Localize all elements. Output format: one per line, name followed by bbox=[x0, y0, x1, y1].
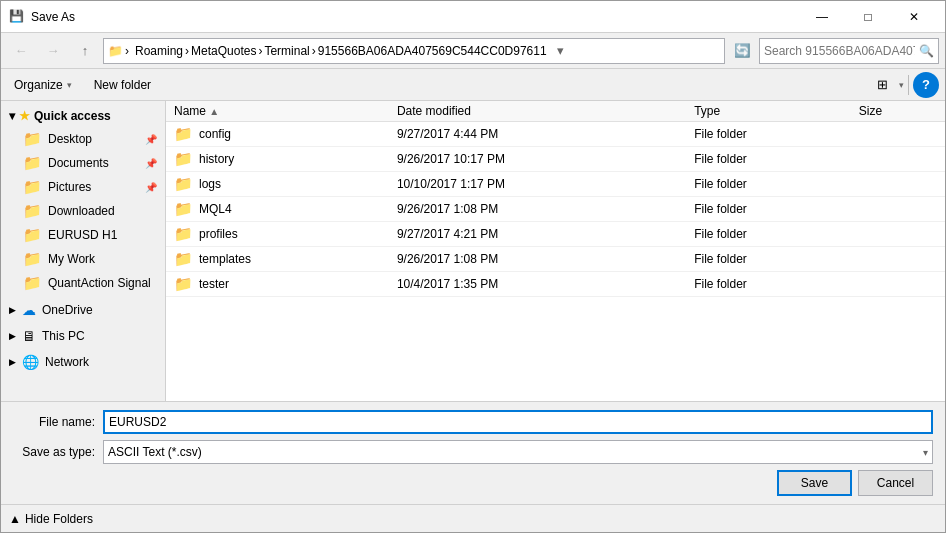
file-date-cell: 9/27/2017 4:44 PM bbox=[389, 122, 686, 147]
view-button[interactable]: ⊞ bbox=[869, 72, 895, 98]
quantaction-label: QuantAction Signal bbox=[48, 276, 151, 290]
folder-icon: 📁 bbox=[174, 200, 193, 218]
file-size-cell bbox=[851, 172, 945, 197]
mywork-folder-icon: 📁 bbox=[23, 250, 42, 268]
toolbar-right: ⊞ ▾ ? bbox=[869, 72, 939, 98]
table-row[interactable]: 📁 history 9/26/2017 10:17 PM File folder bbox=[166, 147, 945, 172]
quick-access-header[interactable]: ▾ ★ Quick access bbox=[1, 105, 165, 127]
up-button[interactable]: ↑ bbox=[71, 38, 99, 64]
sidebar-item-pictures[interactable]: 📁 Pictures 📌 bbox=[1, 175, 165, 199]
cancel-button[interactable]: Cancel bbox=[858, 470, 933, 496]
window-controls: — □ ✕ bbox=[799, 1, 937, 33]
sidebar-item-network[interactable]: ▶ 🌐 Network bbox=[1, 351, 165, 373]
filename-input[interactable] bbox=[103, 410, 933, 434]
table-row[interactable]: 📁 tester 10/4/2017 1:35 PM File folder bbox=[166, 272, 945, 297]
search-input[interactable] bbox=[764, 44, 915, 58]
search-box: 🔍 bbox=[759, 38, 939, 64]
sidebar-item-desktop[interactable]: 📁 Desktop 📌 bbox=[1, 127, 165, 151]
table-row[interactable]: 📁 config 9/27/2017 4:44 PM File folder bbox=[166, 122, 945, 147]
downloaded-label: Downloaded bbox=[48, 204, 115, 218]
savetype-select[interactable]: ASCII Text (*.csv) ▾ bbox=[103, 440, 933, 464]
file-date-cell: 9/26/2017 1:08 PM bbox=[389, 197, 686, 222]
sidebar-item-mywork[interactable]: 📁 My Work bbox=[1, 247, 165, 271]
col-date[interactable]: Date modified bbox=[389, 101, 686, 122]
back-button[interactable]: ← bbox=[7, 38, 35, 64]
hide-folders-label: Hide Folders bbox=[25, 512, 93, 526]
file-name-cell: 📁 tester bbox=[166, 272, 389, 297]
refresh-button[interactable]: 🔄 bbox=[729, 38, 755, 64]
file-list: Name ▲ Date modified Type Size bbox=[166, 101, 945, 401]
file-name: profiles bbox=[199, 227, 238, 241]
table-row[interactable]: 📁 logs 10/10/2017 1:17 PM File folder bbox=[166, 172, 945, 197]
thispc-icon: 🖥 bbox=[22, 328, 36, 344]
file-size-cell bbox=[851, 247, 945, 272]
file-date-cell: 9/27/2017 4:21 PM bbox=[389, 222, 686, 247]
minimize-button[interactable]: — bbox=[799, 1, 845, 33]
address-chevron-button[interactable]: ▾ bbox=[551, 38, 571, 64]
pin-icon-pictures: 📌 bbox=[145, 182, 157, 193]
file-type-cell: File folder bbox=[686, 147, 851, 172]
desktop-label: Desktop bbox=[48, 132, 92, 146]
folder-icon: 📁 bbox=[174, 125, 193, 143]
sidebar-item-documents[interactable]: 📁 Documents 📌 bbox=[1, 151, 165, 175]
col-type[interactable]: Type bbox=[686, 101, 851, 122]
forward-button[interactable]: → bbox=[39, 38, 67, 64]
pictures-folder-icon: 📁 bbox=[23, 178, 42, 196]
maximize-button[interactable]: □ bbox=[845, 1, 891, 33]
breadcrumb: 📁 › Roaming › MetaQuotes › Terminal › 91… bbox=[108, 44, 547, 58]
title-bar: 💾 Save As — □ ✕ bbox=[1, 1, 945, 33]
main-area: ▾ ★ Quick access 📁 Desktop 📌 📁 Documents… bbox=[1, 101, 945, 401]
window-title: Save As bbox=[31, 10, 799, 24]
quick-access-section: ▾ ★ Quick access 📁 Desktop 📌 📁 Documents… bbox=[1, 105, 165, 295]
table-row[interactable]: 📁 profiles 9/27/2017 4:21 PM File folder bbox=[166, 222, 945, 247]
file-name-cell: 📁 MQL4 bbox=[166, 197, 389, 222]
file-size-cell bbox=[851, 222, 945, 247]
table-row[interactable]: 📁 MQL4 9/26/2017 1:08 PM File folder bbox=[166, 197, 945, 222]
file-name: MQL4 bbox=[199, 202, 232, 216]
hide-folders-bar: ▲ Hide Folders bbox=[1, 504, 945, 532]
file-name: logs bbox=[199, 177, 221, 191]
thispc-section: ▶ 🖥 This PC bbox=[1, 325, 165, 347]
network-chevron-icon: ▶ bbox=[9, 357, 16, 367]
hide-folders-button[interactable]: ▲ Hide Folders bbox=[9, 512, 93, 526]
file-date-cell: 10/10/2017 1:17 PM bbox=[389, 172, 686, 197]
network-icon: 🌐 bbox=[22, 354, 39, 370]
crumb-id: 915566BA06ADA407569C544CC0D97611 bbox=[318, 44, 547, 58]
search-icon: 🔍 bbox=[919, 44, 934, 58]
file-name-cell: 📁 history bbox=[166, 147, 389, 172]
address-bar[interactable]: 📁 › Roaming › MetaQuotes › Terminal › 91… bbox=[103, 38, 725, 64]
organize-label: Organize bbox=[14, 78, 63, 92]
sidebar-item-thispc[interactable]: ▶ 🖥 This PC bbox=[1, 325, 165, 347]
file-name-cell: 📁 config bbox=[166, 122, 389, 147]
sidebar-item-downloaded[interactable]: 📁 Downloaded bbox=[1, 199, 165, 223]
folder-icon-small: 📁 bbox=[108, 44, 123, 58]
file-date-cell: 9/26/2017 10:17 PM bbox=[389, 147, 686, 172]
file-type-cell: File folder bbox=[686, 172, 851, 197]
new-folder-label: New folder bbox=[94, 78, 151, 92]
folder-icon: 📁 bbox=[174, 175, 193, 193]
new-folder-button[interactable]: New folder bbox=[87, 72, 158, 98]
organize-chevron-icon: ▾ bbox=[67, 80, 72, 90]
crumb-terminal: Terminal bbox=[264, 44, 309, 58]
col-size[interactable]: Size bbox=[851, 101, 945, 122]
save-as-window: 💾 Save As — □ ✕ ← → ↑ 📁 › Roaming › Meta… bbox=[0, 0, 946, 533]
help-button[interactable]: ? bbox=[913, 72, 939, 98]
pictures-label: Pictures bbox=[48, 180, 91, 194]
save-button[interactable]: Save bbox=[777, 470, 852, 496]
crumb-sep1: › bbox=[185, 44, 189, 58]
sidebar-item-eurusd[interactable]: 📁 EURUSD H1 bbox=[1, 223, 165, 247]
sidebar-item-quantaction[interactable]: 📁 QuantAction Signal bbox=[1, 271, 165, 295]
sidebar-item-onedrive[interactable]: ▶ ☁ OneDrive bbox=[1, 299, 165, 321]
col-name[interactable]: Name ▲ bbox=[166, 101, 389, 122]
eurusd-folder-icon: 📁 bbox=[23, 226, 42, 244]
quantaction-folder-icon: 📁 bbox=[23, 274, 42, 292]
file-date-cell: 10/4/2017 1:35 PM bbox=[389, 272, 686, 297]
quick-access-chevron-icon: ▾ bbox=[9, 109, 15, 123]
folder-icon: 📁 bbox=[174, 150, 193, 168]
file-size-cell bbox=[851, 147, 945, 172]
organize-button[interactable]: Organize ▾ bbox=[7, 72, 79, 98]
close-button[interactable]: ✕ bbox=[891, 1, 937, 33]
pin-icon-desktop: 📌 bbox=[145, 134, 157, 145]
file-name: config bbox=[199, 127, 231, 141]
table-row[interactable]: 📁 templates 9/26/2017 1:08 PM File folde… bbox=[166, 247, 945, 272]
